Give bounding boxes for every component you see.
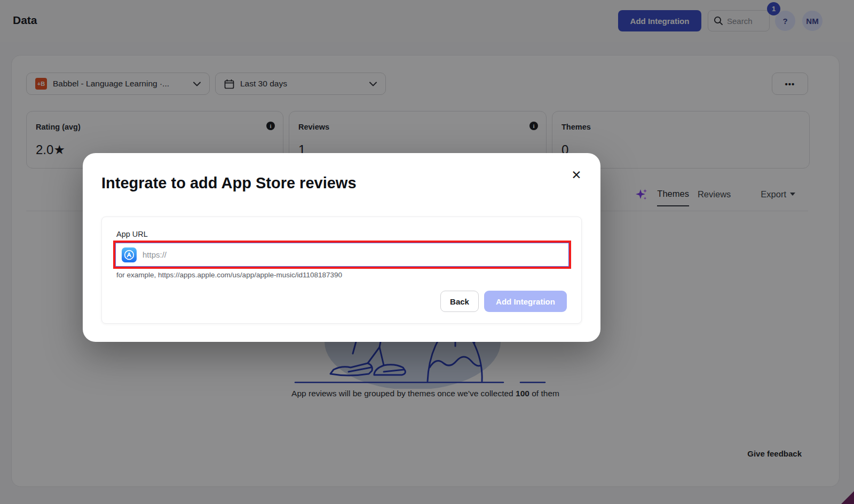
app-url-example-text: for example, https://apps.apple.com/us/a… — [116, 271, 342, 279]
annotation-highlight-box — [113, 241, 571, 269]
app-url-field[interactable] — [115, 243, 569, 267]
app-store-icon — [122, 247, 137, 262]
integration-modal: Integrate to add App Store reviews ✕ App… — [83, 153, 600, 342]
app-url-panel: App URL — [101, 217, 582, 324]
modal-title: Integrate to add App Store reviews — [101, 174, 357, 192]
modal-add-integration-button[interactable]: Add Integration — [484, 291, 567, 312]
app-url-input[interactable] — [143, 250, 563, 259]
modal-actions: Back Add Integration — [440, 291, 567, 312]
back-button[interactable]: Back — [440, 291, 479, 312]
close-icon[interactable]: ✕ — [568, 167, 584, 183]
app-url-label: App URL — [116, 230, 148, 238]
